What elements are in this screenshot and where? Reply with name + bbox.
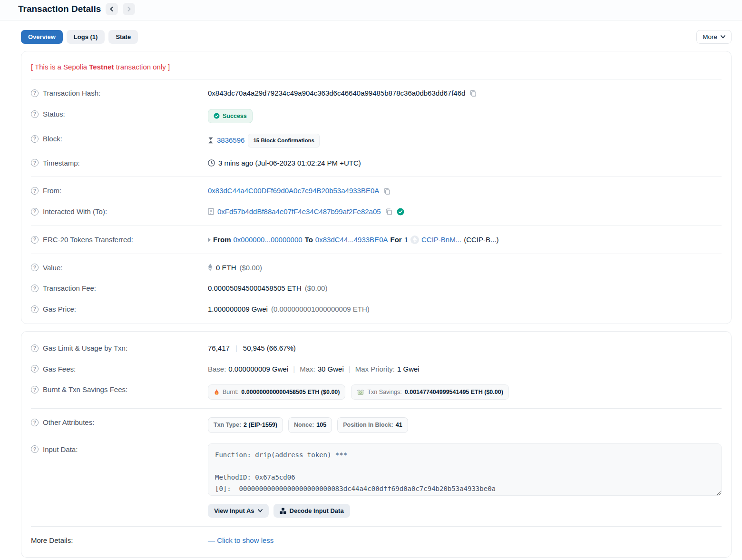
transaction-fee-label: Transaction Fee: [43, 283, 96, 294]
help-icon[interactable]: ? [31, 285, 39, 292]
status-badge: Success [208, 109, 253, 123]
value-row: ? Value: 0 ETH ($0.00) [21, 257, 731, 278]
chevron-down-icon [721, 35, 725, 39]
help-icon[interactable]: ? [31, 135, 39, 143]
help-icon[interactable]: ? [31, 89, 39, 97]
clock-icon [208, 159, 215, 167]
decode-input-data-button[interactable]: Decode Input Data [273, 504, 350, 518]
value-label: Value: [43, 263, 62, 273]
status-badge-text: Success [223, 112, 247, 120]
interacted-with-row: ? Interacted With (To): 0xFd57b4ddBf88a4… [21, 201, 731, 222]
help-icon[interactable]: ? [31, 365, 39, 373]
token-name-link[interactable]: CCIP-BnM... [421, 235, 461, 245]
chevron-left-icon [109, 6, 115, 12]
txn-type-badge: Txn Type: 2 (EIP-1559) [208, 417, 283, 432]
transaction-hash-row: ? Transaction Hash: 0x843dc70a4a29d79234… [21, 83, 731, 104]
token-symbol: (CCIP-B...) [464, 235, 498, 245]
help-icon[interactable]: ? [31, 187, 39, 195]
help-icon[interactable]: ? [31, 159, 39, 167]
position-in-block-value: 41 [396, 421, 402, 429]
help-icon[interactable]: ? [31, 110, 39, 118]
from-address-link[interactable]: 0x83dC44a4C00DFf69d0A0c7c94B20b53a4933BE… [208, 186, 379, 196]
transfer-from-address-link[interactable]: 0x000000...00000000 [234, 235, 303, 245]
money-wings-icon [357, 389, 364, 395]
gas-price-label: Gas Price: [43, 304, 76, 314]
divider [31, 254, 722, 254]
burnt-fee-value: 0.000000000000458505 ETH ($0.00) [241, 388, 340, 396]
chevron-down-icon [258, 509, 263, 512]
testnet-notice: [ This is a Sepolia Testnet transaction … [21, 55, 731, 76]
block-number-link[interactable]: 3836596 [217, 135, 244, 146]
copy-interacted-address-button[interactable] [384, 208, 393, 215]
token-logo-icon [410, 236, 419, 244]
prev-transaction-button[interactable] [106, 3, 118, 15]
decode-blocks-icon [280, 508, 286, 514]
status-label: Status: [43, 109, 65, 119]
copy-icon [383, 187, 391, 195]
divider [31, 226, 722, 226]
more-label: More [703, 33, 717, 40]
transaction-hash-value: 0x843dc70a4a29d79234c49a904c363d6c46640a… [208, 88, 465, 98]
hourglass-icon [208, 137, 214, 144]
view-input-as-label: View Input As [214, 507, 254, 514]
gas-price-row: ? Gas Price: 1.000000009 Gwei (0.0000000… [21, 299, 731, 320]
pipe-separator: | [291, 364, 297, 374]
help-icon[interactable]: ? [31, 264, 39, 271]
gas-usage-value: 50,945 (66.67%) [243, 343, 296, 354]
input-data-textarea[interactable]: Function: drip(address token) *** Method… [208, 443, 722, 496]
timestamp-label: Timestamp: [43, 158, 80, 168]
max-fee-value: 30 Gwei [318, 364, 344, 374]
nonce-value: 105 [316, 421, 326, 429]
copy-hash-button[interactable] [469, 89, 478, 97]
decode-input-data-label: Decode Input Data [290, 507, 344, 514]
more-details-row: More Details: — Click to show less [21, 530, 731, 553]
gas-price-gwei: 1.000000009 Gwei [208, 304, 268, 314]
eth-diamond-icon [208, 264, 213, 271]
transfer-to-address-link[interactable]: 0x83dC44...4933BE0A [315, 235, 388, 245]
transfer-amount: 1 [404, 235, 408, 245]
view-input-as-button[interactable]: View Input As [208, 504, 269, 518]
from-row: ? From: 0x83dC44a4C00DFf69d0A0c7c94B20b5… [21, 180, 731, 201]
testnet-notice-bold: Testnet [89, 63, 114, 71]
more-dropdown-button[interactable]: More [696, 30, 732, 44]
gas-limit-row: ? Gas Limit & Usage by Txn: 76,417 | 50,… [21, 335, 731, 359]
help-icon[interactable]: ? [31, 208, 39, 216]
status-row: ? Status: Success [21, 104, 731, 128]
nonce-badge: Nonce: 105 [288, 417, 332, 432]
pipe-separator: | [346, 364, 353, 374]
copy-from-address-button[interactable] [382, 187, 391, 195]
base-fee-label: Base: [208, 364, 226, 374]
position-in-block-badge: Position In Block: 41 [337, 417, 408, 432]
next-transaction-button[interactable] [123, 3, 135, 15]
interacted-address-link[interactable]: 0xFd57b4ddBf88a4e07fF4e34C487b99af2Fe82a… [217, 206, 381, 217]
help-icon[interactable]: ? [31, 419, 39, 426]
block-label: Block: [43, 134, 62, 144]
burnt-savings-row: ? Burnt & Txn Savings Fees: Burnt: 0.000… [21, 379, 731, 405]
verified-check-icon [397, 208, 404, 216]
transfer-to-word: To [305, 235, 313, 245]
tab-logs[interactable]: Logs (1) [67, 30, 105, 44]
position-in-block-label: Position In Block: [343, 421, 393, 429]
testnet-notice-open: [ This is a Sepolia [31, 63, 89, 71]
burnt-savings-label: Burnt & Txn Savings Fees: [43, 384, 127, 395]
gas-limit-label: Gas Limit & Usage by Txn: [43, 343, 127, 354]
help-icon[interactable]: ? [31, 386, 39, 393]
help-icon[interactable]: ? [31, 236, 39, 244]
divider [31, 408, 722, 409]
gas-limit-value: 76,417 [208, 343, 230, 354]
max-fee-label: Max: [300, 364, 315, 374]
help-icon[interactable]: ? [31, 445, 39, 453]
transaction-hash-label: Transaction Hash: [43, 88, 100, 98]
erc20-transfers-row: ? ERC-20 Tokens Transferred: From 0x0000… [21, 229, 731, 250]
tab-overview[interactable]: Overview [21, 30, 63, 44]
tab-state[interactable]: State [108, 30, 138, 44]
txn-type-value: 2 (EIP-1559) [244, 421, 277, 429]
help-icon[interactable]: ? [31, 344, 39, 352]
input-data-row: ? Input Data: Function: drip(address tok… [21, 438, 731, 523]
help-icon[interactable]: ? [31, 305, 39, 313]
other-attributes-label: Other Attributes: [43, 417, 94, 428]
tabs-bar: Overview Logs (1) State More [21, 30, 732, 44]
other-attributes-row: ? Other Attributes: Txn Type: 2 (EIP-155… [21, 412, 731, 438]
contract-file-icon [208, 208, 214, 215]
show-less-link[interactable]: — Click to show less [208, 535, 273, 546]
